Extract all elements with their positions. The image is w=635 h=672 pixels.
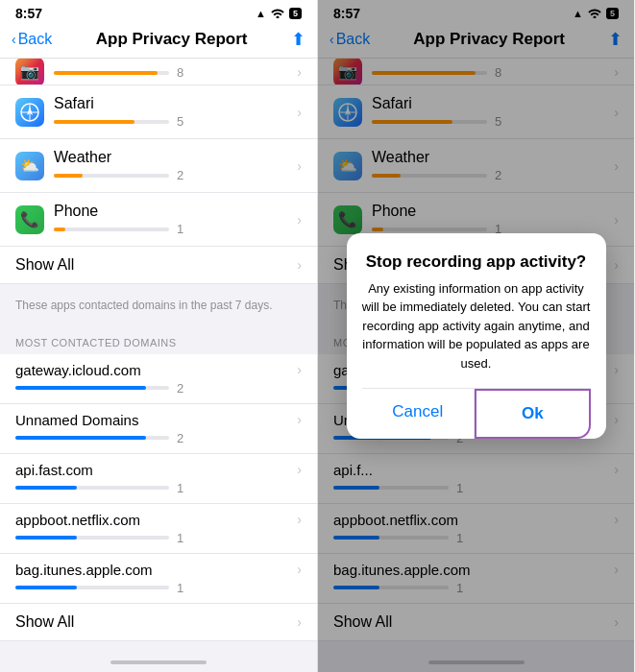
signal-icon: ▲ [256, 8, 266, 19]
modal-title: Stop recording app activity? [362, 252, 591, 272]
domains-show-all-chevron: › [297, 614, 302, 630]
domain-item-2[interactable]: api.fast.com › 1 [0, 454, 317, 504]
safari-app-icon [15, 98, 44, 127]
domain-chevron-1: › [297, 412, 302, 427]
domain-chevron-2: › [297, 462, 302, 477]
domains-show-all-label: Show All [15, 613, 74, 631]
domain-count-0: 2 [177, 381, 183, 396]
app-item-safari[interactable]: Safari 5 › [0, 85, 317, 139]
bottom-bar-left [0, 653, 317, 672]
domains-show-all[interactable]: Show All › [0, 604, 317, 641]
weather-count: 2 [177, 168, 183, 182]
app-item-phone[interactable]: 📞 Phone 1 › [0, 193, 317, 247]
partial-top-item: 📷 8 › [0, 59, 317, 85]
apps-section-left: Safari 5 › ⛅ Weather 2 [0, 85, 317, 284]
left-screen: 8:57 ▲ 5 ‹ Back App Privacy Report ⬆ 📷 [0, 0, 317, 672]
instagram-item-content: 8 [54, 63, 291, 80]
phone-chevron: › [297, 212, 302, 228]
phone-name: Phone [54, 203, 291, 220]
modal-overlay: Stop recording app activity? Any existin… [318, 0, 634, 672]
app-item-weather[interactable]: ⛅ Weather 2 › [0, 139, 317, 193]
domain-name-2: api.fast.com [15, 462, 93, 478]
domain-chevron-3: › [297, 512, 302, 527]
home-indicator-left [110, 660, 207, 664]
domain-name-3: appboot.netflix.com [15, 512, 140, 528]
domain-item-1[interactable]: Unnamed Domains › 2 [0, 404, 317, 454]
domain-item-4[interactable]: bag.itunes.apple.com › 1 [0, 554, 317, 604]
safari-chevron: › [297, 105, 302, 120]
phone-item-content: Phone 1 [54, 203, 291, 236]
domain-name-0: gateway.icloud.com [15, 362, 141, 378]
domains-section-header: MOST CONTACTED DOMAINS [0, 324, 317, 354]
weather-app-icon: ⛅ [15, 152, 44, 180]
back-button-left[interactable]: ‹ Back [12, 31, 52, 48]
weather-item-content: Weather 2 [54, 149, 291, 182]
domain-chevron-0: › [297, 362, 302, 377]
modal-ok-button[interactable]: Ok [475, 389, 591, 439]
battery-left: 5 [289, 8, 302, 19]
phone-app-icon: 📞 [15, 205, 44, 234]
weather-chevron: › [297, 158, 302, 174]
apps-show-all-chevron: › [297, 257, 302, 273]
domain-count-2: 1 [177, 481, 183, 495]
instagram-icon: 📷 [20, 62, 39, 81]
chevron-instagram: › [297, 64, 302, 80]
domain-count-3: 1 [177, 531, 183, 545]
chevron-left-icon: ‹ [12, 32, 16, 47]
domain-item-0[interactable]: gateway.icloud.com › 2 [0, 354, 317, 404]
status-bar-left: 8:57 ▲ 5 [0, 0, 317, 23]
wifi-icon [270, 7, 285, 20]
domain-count-1: 2 [177, 431, 183, 445]
domain-chevron-4: › [297, 562, 302, 577]
share-icon-left[interactable]: ⬆ [291, 29, 305, 50]
status-time-left: 8:57 [15, 6, 42, 21]
safari-name: Safari [54, 95, 291, 112]
modal-body: Any existing information on app activity… [362, 279, 591, 373]
page-title-left: App Privacy Report [96, 30, 248, 49]
weather-name: Weather [54, 149, 291, 166]
modal-actions: Cancel Ok [362, 388, 591, 439]
nav-bar-left: ‹ Back App Privacy Report ⬆ [0, 23, 317, 59]
apps-show-all-label: Show All [15, 256, 74, 274]
safari-item-content: Safari 5 [54, 95, 291, 129]
content-left: 📷 8 › Safari 5 [0, 59, 317, 653]
apps-footer-left: These apps contacted domains in the past… [0, 292, 317, 324]
domains-section-left: gateway.icloud.com › 2 Unnamed Domains ›… [0, 354, 317, 641]
modal-cancel-button[interactable]: Cancel [362, 389, 475, 439]
domain-item-3[interactable]: appboot.netflix.com › 1 [0, 504, 317, 554]
back-label-left: Back [18, 31, 53, 48]
domain-name-4: bag.itunes.apple.com [15, 562, 153, 578]
domain-count-4: 1 [177, 581, 183, 595]
status-icons-left: ▲ 5 [256, 7, 302, 20]
safari-count: 5 [177, 114, 183, 129]
app-icon-instagram: 📷 [15, 59, 44, 85]
phone-count: 1 [177, 222, 183, 236]
right-screen: 8:57 ▲ 5 ‹ Back App Privacy Report ⬆ 📷 [317, 0, 634, 672]
apps-show-all[interactable]: Show All › [0, 247, 317, 284]
domain-name-1: Unnamed Domains [15, 412, 138, 428]
stop-recording-modal: Stop recording app activity? Any existin… [347, 233, 606, 440]
